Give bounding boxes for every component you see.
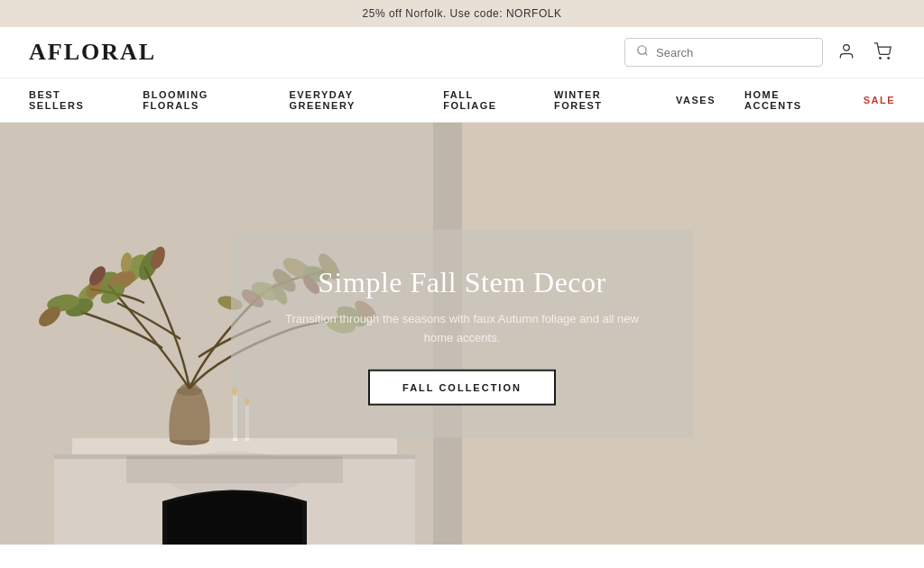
- svg-point-39: [119, 252, 134, 273]
- nav-sale[interactable]: SALE: [864, 95, 895, 105]
- main-nav: BEST SELLERS BLOOMING FLORALS EVERYDAY G…: [0, 78, 924, 123]
- svg-line-1: [645, 53, 648, 56]
- announcement-text: 25% off Norfolk. Use code: NORFOLK: [363, 7, 562, 20]
- svg-point-12: [177, 387, 202, 396]
- svg-point-0: [638, 46, 646, 54]
- account-icon: [837, 42, 855, 60]
- hero-section: Simple Fall Stem Decor Transition throug…: [0, 123, 924, 545]
- svg-point-21: [46, 292, 81, 314]
- svg-point-3: [880, 57, 882, 59]
- nav-everyday-greenery[interactable]: EVERYDAY GREENERY: [289, 89, 414, 111]
- svg-point-35: [86, 263, 108, 289]
- svg-point-17: [85, 267, 122, 298]
- cart-icon: [873, 42, 892, 60]
- svg-point-18: [74, 279, 104, 309]
- hero-title: Simple Fall Stem Decor: [285, 266, 639, 299]
- svg-point-25: [134, 247, 163, 283]
- nav-vases[interactable]: VASES: [676, 95, 716, 105]
- svg-point-9: [162, 452, 307, 497]
- svg-point-2: [844, 44, 850, 50]
- svg-rect-8: [54, 454, 415, 545]
- nav-blooming-florals[interactable]: BLOOMING FLORALS: [143, 89, 260, 111]
- svg-point-23: [115, 250, 152, 289]
- svg-rect-10: [126, 456, 343, 483]
- svg-rect-7: [72, 438, 397, 456]
- svg-point-22: [35, 303, 64, 330]
- nav-fall-foliage[interactable]: FALL FOLIAGE: [443, 89, 525, 111]
- header: AFLORAL: [0, 27, 924, 78]
- hero-cta-button[interactable]: FALL COLLECTION: [368, 369, 556, 405]
- svg-rect-42: [54, 454, 415, 459]
- svg-point-11: [170, 435, 209, 445]
- account-button[interactable]: [834, 39, 859, 67]
- hero-subtitle: Transition through the seasons with faux…: [285, 310, 639, 348]
- svg-point-4: [888, 57, 890, 59]
- announcement-bar: 25% off Norfolk. Use code: NORFOLK: [0, 0, 924, 27]
- nav-best-sellers[interactable]: BEST SELLERS: [29, 89, 114, 111]
- search-icon: [636, 44, 649, 60]
- search-input[interactable]: [656, 46, 811, 60]
- logo[interactable]: AFLORAL: [29, 39, 156, 66]
- svg-point-24: [106, 267, 139, 294]
- hero-overlay: Simple Fall Stem Decor Transition throug…: [231, 230, 693, 438]
- svg-point-19: [63, 295, 96, 320]
- search-box[interactable]: [624, 38, 823, 67]
- svg-point-20: [83, 272, 106, 300]
- nav-home-accents[interactable]: HOME ACCENTS: [744, 89, 835, 111]
- cart-button[interactable]: [870, 39, 895, 67]
- header-right: [624, 38, 895, 67]
- svg-point-26: [97, 280, 128, 307]
- nav-winter-forest[interactable]: WINTER FOREST: [554, 89, 647, 111]
- svg-point-36: [148, 244, 168, 270]
